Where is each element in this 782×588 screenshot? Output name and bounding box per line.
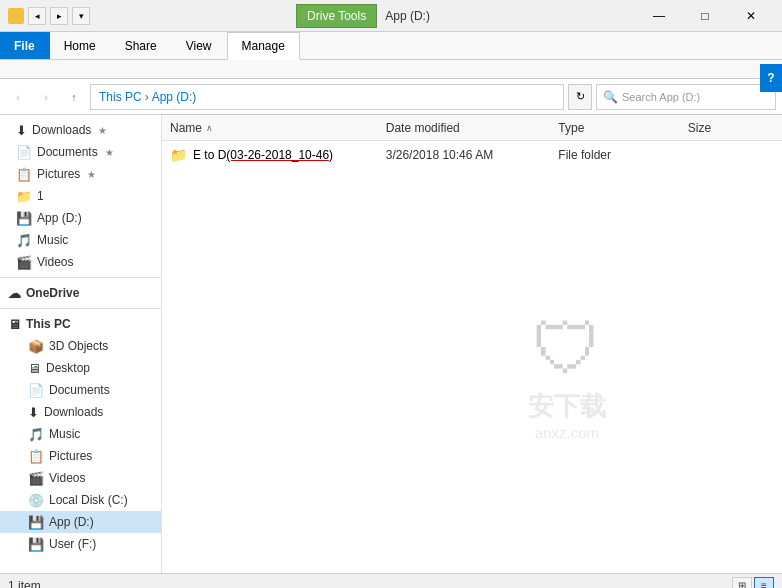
title-back-btn[interactable]: ◂	[28, 7, 46, 25]
sidebar-label: Local Disk (C:)	[49, 493, 128, 507]
downloads-icon: ⬇	[16, 123, 27, 138]
sidebar-divider-2	[0, 308, 161, 309]
music2-icon: 🎵	[28, 427, 44, 442]
sidebar-item-music2[interactable]: 🎵 Music	[0, 423, 161, 445]
drive-tools-tab[interactable]: Drive Tools	[296, 4, 377, 28]
sidebar-label: Music	[49, 427, 80, 441]
sidebar-item-pictures[interactable]: 📋 Pictures ★	[0, 163, 161, 185]
sidebar-item-videos[interactable]: 🎬 Videos	[0, 251, 161, 273]
drive-icon: 💾	[16, 211, 32, 226]
sidebar-label: Documents	[37, 145, 98, 159]
tab-view[interactable]: View	[172, 32, 227, 59]
watermark-sub: anxz.com	[535, 424, 599, 441]
sidebar-item-3d-objects[interactable]: 📦 3D Objects	[0, 335, 161, 357]
sidebar-item-documents2[interactable]: 📄 Documents	[0, 379, 161, 401]
title-dropdown-btn[interactable]: ▾	[72, 7, 90, 25]
watermark: 🛡 安下载 anxz.com	[442, 275, 692, 475]
title-bar-controls: — □ ✕	[636, 0, 774, 32]
local-c-icon: 💿	[28, 493, 44, 508]
path-breadcrumb-current[interactable]: App (D:)	[152, 90, 197, 104]
app-icon	[8, 8, 24, 24]
grid-view-button[interactable]: ⊞	[732, 577, 752, 589]
close-button[interactable]: ✕	[728, 0, 774, 32]
item-count: 1 item	[8, 579, 41, 589]
app-d2-icon: 💾	[28, 515, 44, 530]
tab-share[interactable]: Share	[111, 32, 172, 59]
column-name-label: Name	[170, 121, 202, 135]
window-title: App (D:)	[385, 9, 430, 23]
sidebar-item-app-d2[interactable]: 💾 App (D:)	[0, 511, 161, 533]
minimize-button[interactable]: —	[636, 0, 682, 32]
column-date-label: Date modified	[386, 121, 460, 135]
sidebar: ⬇ Downloads ★ 📄 Documents ★ 📋 Pictures ★…	[0, 115, 162, 573]
folder-file-icon: 📁	[170, 147, 187, 163]
search-box[interactable]: 🔍 Search App (D:)	[596, 84, 776, 110]
sidebar-item-app-d[interactable]: 💾 App (D:)	[0, 207, 161, 229]
sidebar-item-music[interactable]: 🎵 Music	[0, 229, 161, 251]
file-type-cell: File folder	[558, 148, 687, 162]
back-button[interactable]: ‹	[6, 85, 30, 109]
title-bar: ◂ ▸ ▾ Drive Tools App (D:) — □ ✕	[0, 0, 782, 32]
column-type[interactable]: Type	[558, 121, 687, 135]
watermark-text: 安下载	[528, 389, 606, 424]
sidebar-label: 3D Objects	[49, 339, 108, 353]
ribbon: File Home Share View Manage ?	[0, 32, 782, 79]
sidebar-item-videos2[interactable]: 🎬 Videos	[0, 467, 161, 489]
pin-icon: ★	[87, 169, 96, 180]
documents-icon: 📄	[16, 145, 32, 160]
file-name-text: E to D(03-26-2018_10-46)	[193, 148, 333, 162]
sidebar-item-pictures2[interactable]: 📋 Pictures	[0, 445, 161, 467]
status-bar: 1 item ⊞ ≡	[0, 573, 782, 588]
tab-manage[interactable]: Manage	[227, 32, 300, 60]
column-size-label: Size	[688, 121, 711, 135]
sidebar-label: App (D:)	[37, 211, 82, 225]
column-date-modified[interactable]: Date modified	[386, 121, 559, 135]
title-bar-left: ◂ ▸ ▾	[8, 7, 90, 25]
sidebar-item-downloads[interactable]: ⬇ Downloads ★	[0, 119, 161, 141]
file-name-underline: (03-26-2018_10-46)	[226, 148, 333, 162]
videos-icon: 🎬	[16, 255, 32, 270]
sidebar-item-this-pc[interactable]: 🖥 This PC	[0, 313, 161, 335]
address-path[interactable]: This PC › App (D:)	[90, 84, 564, 110]
tab-file[interactable]: File	[0, 32, 50, 59]
sidebar-item-user-f[interactable]: 💾 User (F:)	[0, 533, 161, 555]
sidebar-item-downloads2[interactable]: ⬇ Downloads	[0, 401, 161, 423]
view-buttons: ⊞ ≡	[732, 577, 774, 589]
forward-button[interactable]: ›	[34, 85, 58, 109]
help-button[interactable]: ?	[760, 64, 782, 92]
sort-arrow-icon: ∧	[206, 123, 213, 133]
path-breadcrumb-root[interactable]: This PC	[99, 90, 142, 104]
column-name[interactable]: Name ∧	[170, 121, 386, 135]
sidebar-label: Pictures	[37, 167, 80, 181]
column-size[interactable]: Size	[688, 121, 774, 135]
sidebar-item-local-c[interactable]: 💿 Local Disk (C:)	[0, 489, 161, 511]
sidebar-label: Videos	[49, 471, 85, 485]
sidebar-item-documents[interactable]: 📄 Documents ★	[0, 141, 161, 163]
sidebar-item-onedrive[interactable]: ☁ OneDrive	[0, 282, 161, 304]
music-icon: 🎵	[16, 233, 32, 248]
search-icon: 🔍	[603, 90, 618, 104]
table-row[interactable]: 📁 E to D(03-26-2018_10-46) 3/26/2018 10:…	[162, 141, 782, 169]
sidebar-label: Downloads	[32, 123, 91, 137]
file-date-cell: 3/26/2018 10:46 AM	[386, 148, 559, 162]
up-button[interactable]: ↑	[62, 85, 86, 109]
column-type-label: Type	[558, 121, 584, 135]
search-placeholder: Search App (D:)	[622, 91, 700, 103]
sidebar-label: Videos	[37, 255, 73, 269]
sidebar-label: 1	[37, 189, 44, 203]
list-view-button[interactable]: ≡	[754, 577, 774, 589]
sidebar-label: This PC	[26, 317, 71, 331]
file-name-cell: 📁 E to D(03-26-2018_10-46)	[170, 147, 386, 163]
downloads2-icon: ⬇	[28, 405, 39, 420]
tab-home[interactable]: Home	[50, 32, 111, 59]
title-forward-btn[interactable]: ▸	[50, 7, 68, 25]
desktop-icon: 🖥	[28, 361, 41, 376]
refresh-button[interactable]: ↻	[568, 84, 592, 110]
sidebar-label: Desktop	[46, 361, 90, 375]
sidebar-item-desktop[interactable]: 🖥 Desktop	[0, 357, 161, 379]
sidebar-item-folder-1[interactable]: 📁 1	[0, 185, 161, 207]
pictures-icon: 📋	[16, 167, 32, 182]
maximize-button[interactable]: □	[682, 0, 728, 32]
file-table-header: Name ∧ Date modified Type Size	[162, 115, 782, 141]
sidebar-label: App (D:)	[49, 515, 94, 529]
